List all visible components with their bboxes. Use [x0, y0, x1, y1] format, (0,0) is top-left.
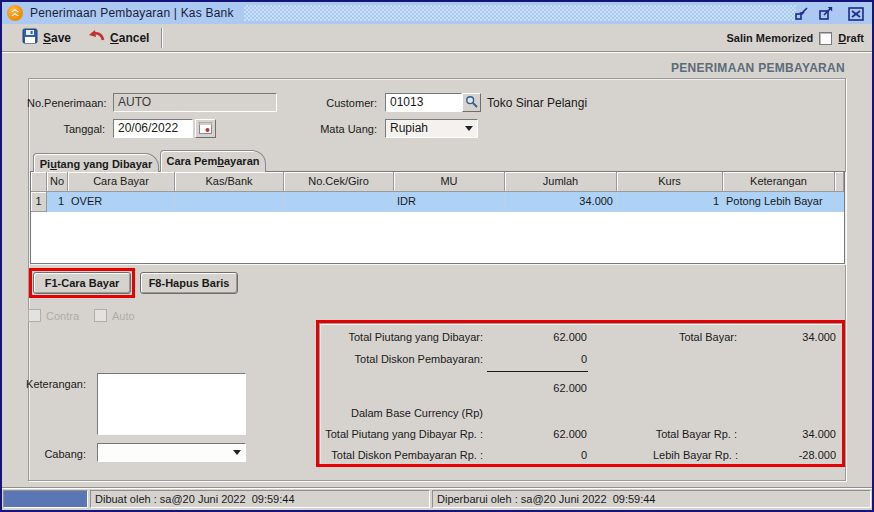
cabang-label: Cabang:	[24, 447, 86, 461]
cell-no[interactable]: 1	[47, 192, 68, 212]
toolbar: Save Cancel Salin Memorized Draft	[2, 24, 872, 52]
auto-checkbox	[94, 309, 107, 322]
tab-cara-pembayaran[interactable]: Cara Pembayaran	[160, 150, 266, 172]
keterangan-label: Keterangan:	[24, 377, 86, 391]
column-header-filler	[835, 172, 844, 192]
total-bayar-label: Total Bayar:	[679, 331, 737, 344]
lebih-bayar-rp-label: Lebih Bayar Rp. :	[653, 449, 738, 462]
draft-checkbox[interactable]	[819, 32, 832, 45]
cell-kurs[interactable]: 1	[617, 192, 723, 212]
total-piutang-rp-value: 62.000	[553, 428, 587, 441]
cell-filler	[835, 192, 844, 212]
close-window-icon[interactable]	[847, 6, 864, 21]
f1-cara-bayar-button[interactable]: F1-Cara Bayar	[33, 272, 131, 294]
lebih-bayar-rp-value: -28.000	[799, 449, 836, 462]
salin-memorized-label[interactable]: Salin Memorized	[727, 32, 814, 44]
base-currency-label: Dalam Base Currency (Rp)	[351, 407, 483, 420]
subtotal-rule	[487, 371, 588, 372]
customer-name-text: Toko Sinar Pelangi	[487, 96, 587, 110]
app-window: Penerimaan Pembayaran | Kas Bank	[0, 0, 874, 512]
no-penerimaan-label: No.Penerimaan:	[27, 96, 105, 110]
status-updated-by: Diperbarui oleh : sa@20 Juni 2022 09:59:…	[432, 490, 871, 508]
statusbar-divider	[2, 487, 872, 489]
column-header-keterangan[interactable]: Keterangan	[723, 172, 835, 192]
total-bayar-value: 34.000	[802, 331, 836, 344]
total-diskon-label: Total Diskon Pembayaran:	[355, 353, 483, 366]
f8-hapus-baris-button[interactable]: F8-Hapus Baris	[140, 272, 238, 294]
save-button[interactable]: Save	[14, 26, 79, 50]
dock-window-icon[interactable]	[793, 6, 810, 21]
app-logo-icon	[7, 5, 23, 21]
magnifier-icon	[465, 95, 478, 110]
toolbar-separator	[161, 28, 162, 48]
status-progress-panel	[3, 490, 88, 508]
page-title: PENERIMAAN PEMBAYARAN	[671, 61, 845, 75]
total-diskon-rp-value: 0	[581, 449, 587, 462]
customer-label: Customer:	[317, 96, 377, 110]
column-header-corner	[31, 172, 47, 192]
chevron-down-icon	[233, 450, 241, 455]
cell-keterangan[interactable]: Potong Lebih Bayar	[723, 192, 835, 212]
keterangan-textarea[interactable]	[97, 373, 246, 435]
total-bayar-rp-label: Total Bayar Rp. :	[656, 428, 737, 441]
no-penerimaan-field[interactable]: AUTO	[113, 93, 277, 112]
cell-cara-bayar[interactable]: OVER	[68, 192, 175, 212]
floppy-disk-icon	[22, 28, 38, 47]
contra-label: Contra	[46, 310, 79, 322]
cell-mu[interactable]: IDR	[394, 192, 505, 212]
column-header-kurs[interactable]: Kurs	[617, 172, 723, 192]
calendar-icon	[199, 122, 212, 136]
column-header-no[interactable]: No	[47, 172, 68, 192]
cancel-label: Cancel	[110, 31, 149, 45]
mata-uang-label: Mata Uang:	[307, 122, 377, 136]
column-header-no-cek-giro[interactable]: No.Cek/Giro	[284, 172, 394, 192]
cell-kas-bank[interactable]	[175, 192, 284, 212]
total-bayar-rp-value: 34.000	[802, 428, 836, 441]
column-header-mu[interactable]: MU	[394, 172, 505, 192]
cabang-dropdown[interactable]	[97, 443, 246, 462]
title-bar[interactable]: Penerimaan Pembayaran | Kas Bank	[2, 2, 872, 24]
cell-no-cek-giro[interactable]	[284, 192, 394, 212]
mata-uang-value: Rupiah	[390, 121, 428, 135]
column-header-kas-bank[interactable]: Kas/Bank	[175, 172, 284, 192]
row-header[interactable]: 1	[31, 192, 47, 212]
total-piutang-rp-label: Total Piutang yang Dibayar Rp. :	[325, 428, 483, 441]
status-created-by: Dibuat oleh : sa@20 Juni 2022 09:59:44	[90, 490, 430, 508]
window-title: Penerimaan Pembayaran | Kas Bank	[30, 6, 234, 20]
customer-lookup-button[interactable]	[462, 93, 481, 112]
total-diskon-rp-label: Total Diskon Pembayaran Rp. :	[331, 449, 483, 462]
tab-piutang-yang-dibayar[interactable]: Piutang yang Dibayar	[33, 153, 159, 172]
total-piutang-value: 62.000	[553, 331, 587, 344]
cell-jumlah[interactable]: 34.000	[505, 192, 617, 212]
total-diskon-value: 0	[581, 353, 587, 366]
column-header-cara-bayar[interactable]: Cara Bayar	[68, 172, 175, 192]
tanggal-label: Tanggal:	[27, 122, 105, 136]
undock-window-icon[interactable]	[817, 6, 834, 21]
date-picker-button[interactable]	[195, 119, 216, 138]
auto-label: Auto	[112, 310, 135, 322]
total-piutang-label: Total Piutang yang Dibayar:	[348, 331, 483, 344]
save-label: Save	[43, 31, 71, 45]
titlebar-hatch-pattern	[244, 5, 796, 21]
tanggal-field[interactable]: 20/06/2022	[113, 119, 193, 138]
column-header-jumlah[interactable]: Jumlah	[505, 172, 617, 192]
contra-checkbox	[28, 309, 41, 322]
mata-uang-dropdown[interactable]: Rupiah	[385, 119, 478, 138]
chevron-down-icon	[465, 126, 473, 131]
cancel-button[interactable]: Cancel	[79, 26, 157, 50]
cancel-undo-arrow-icon	[87, 28, 105, 47]
draft-label: Draft	[838, 32, 864, 44]
customer-code-field[interactable]: 01013	[385, 93, 462, 112]
subtotal-value: 62.000	[553, 382, 587, 395]
payment-method-table[interactable]: No Cara Bayar Kas/Bank No.Cek/Giro MU Ju…	[30, 171, 845, 264]
